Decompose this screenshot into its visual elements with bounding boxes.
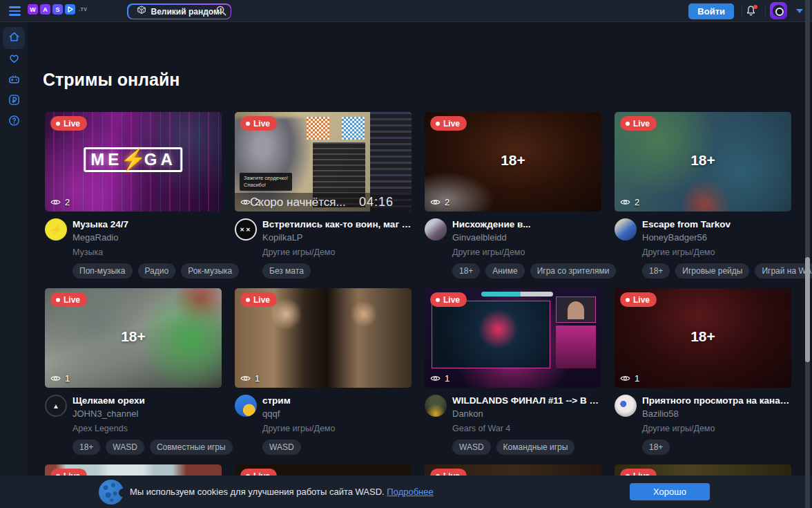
stream-tag[interactable]: Без мата xyxy=(262,263,311,279)
stream-thumbnail[interactable]: Live 1 xyxy=(425,288,601,388)
live-badge: Live xyxy=(50,116,87,131)
stream-title[interactable]: Музыка 24/7 xyxy=(72,218,222,230)
live-badge: Live xyxy=(240,116,277,131)
stream-category[interactable]: Apex Legends xyxy=(72,424,222,433)
stream-thumbnail[interactable]: Live 18+ 2 xyxy=(425,112,601,211)
search-icon[interactable] xyxy=(215,5,227,19)
channel-name[interactable]: qqqf xyxy=(262,408,412,419)
channel-avatar[interactable]: ✕✕ xyxy=(235,218,257,241)
notification-dot xyxy=(753,5,757,9)
viewer-count: 1 xyxy=(620,373,639,384)
channel-name[interactable]: JOHN3_channel xyxy=(72,408,222,419)
channel-avatar[interactable]: ⚡ xyxy=(45,218,67,241)
channel-name[interactable]: MegaRadio xyxy=(72,232,222,243)
channel-avatar[interactable] xyxy=(615,395,637,417)
stream-title[interactable]: Нисхождение в... xyxy=(452,218,601,230)
logo-play-icon xyxy=(65,4,75,15)
stream-tag[interactable]: WASD xyxy=(452,440,491,455)
live-badge: Live xyxy=(50,292,87,307)
logo-letter: W xyxy=(28,4,38,15)
stream-category[interactable]: Другие игры/Демо xyxy=(262,424,412,433)
stream-category[interactable]: Другие игры/Демо xyxy=(642,424,791,433)
user-avatar[interactable] xyxy=(770,2,787,19)
eye-icon xyxy=(240,198,251,206)
stream-tag[interactable]: Аниме xyxy=(485,263,524,279)
topbar-divider xyxy=(765,6,766,17)
chevron-down-icon[interactable] xyxy=(796,9,803,13)
channel-name[interactable]: Dankon xyxy=(452,408,601,419)
stream-tag[interactable]: 18+ xyxy=(72,440,100,455)
stream-tag[interactable]: Командные игры xyxy=(496,440,575,455)
stream-tag[interactable]: 18+ xyxy=(642,440,670,455)
age-restriction-overlay: 18+ xyxy=(121,328,146,345)
channel-name[interactable]: Bazilio58 xyxy=(642,408,791,419)
stream-tag[interactable]: 18+ xyxy=(642,263,670,279)
stream-tag[interactable]: Игровые рейды xyxy=(675,263,749,279)
cookie-details-link[interactable]: Подробнее xyxy=(387,487,433,497)
stream-tag[interactable]: Играй на WASD xyxy=(755,263,812,279)
hamburger-menu-icon[interactable] xyxy=(9,6,21,16)
stream-thumbnail[interactable]: Live Зажгите сердечко! Спасибо! Скоро на… xyxy=(235,112,412,211)
qr-code xyxy=(342,117,365,140)
stream-title[interactable]: WILDLANDS ФИНАЛ #11 --> В 16:00 GEARS OF… xyxy=(452,395,601,406)
tag-list: 18+ WASD Совместные игры xyxy=(72,440,222,455)
stream-category[interactable]: Gears of War 4 xyxy=(452,424,601,433)
sidebar-item-home[interactable] xyxy=(3,27,25,49)
channel-name[interactable]: HoneyBadger56 xyxy=(642,232,791,243)
age-restriction-overlay: 18+ xyxy=(501,152,525,169)
scrollbar-track[interactable] xyxy=(805,0,810,508)
channel-avatar[interactable] xyxy=(425,218,447,241)
stream-category[interactable]: Другие игры/Демо xyxy=(642,247,791,257)
sidebar-item-favorites[interactable] xyxy=(3,49,25,70)
notifications-bell-icon[interactable] xyxy=(745,5,757,17)
stream-tag[interactable]: 18+ xyxy=(452,263,480,279)
channel-avatar[interactable] xyxy=(235,395,257,417)
stream-category[interactable]: Другие игры/Демо xyxy=(452,247,601,257)
sidebar-item-help[interactable] xyxy=(3,111,25,132)
tag-list: 18+ Игровые рейды Играй на WASD xyxy=(642,263,791,279)
sidebar xyxy=(0,22,28,508)
stream-thumbnail[interactable]: Live 18+ 1 xyxy=(45,288,222,388)
thumbnail-art xyxy=(432,301,550,368)
stream-title[interactable]: Встретились как-то воин, маг и воровка..… xyxy=(262,218,412,230)
viewer-count: 2 xyxy=(430,197,450,207)
stream-category[interactable]: Музыка xyxy=(72,247,222,257)
scrollbar-thumb[interactable] xyxy=(805,257,810,362)
sidebar-item-wallet[interactable] xyxy=(3,91,25,111)
stream-tag[interactable]: WASD xyxy=(106,440,144,455)
login-button[interactable]: Войти xyxy=(688,3,734,19)
stream-title[interactable]: Приятного просмотра на канале - Bazilio.… xyxy=(642,395,791,406)
stream-title[interactable]: Escape from Tarkov xyxy=(642,218,791,230)
channel-name[interactable]: KopilkaLP xyxy=(262,232,412,243)
stream-tag[interactable]: Совместные игры xyxy=(150,440,233,455)
wasd-logo[interactable]: W A S .TV xyxy=(28,4,87,15)
channel-avatar[interactable] xyxy=(425,395,447,417)
cookie-message: Мы используем cookies для улучшения рабо… xyxy=(130,487,434,497)
channel-name[interactable]: Ginvaelbleidd xyxy=(452,232,601,243)
cookie-icon xyxy=(99,480,124,505)
stream-card: Live Зажгите сердечко! Спасибо! Скоро на… xyxy=(235,112,412,268)
eye-icon xyxy=(430,198,441,206)
channel-avatar[interactable] xyxy=(615,218,637,241)
lightning-icon: ⚡ xyxy=(120,151,146,169)
topbar-divider xyxy=(742,6,742,17)
stream-tag[interactable]: Рок-музыка xyxy=(181,263,239,279)
stream-thumbnail[interactable]: Live ME⚡GA 2 xyxy=(45,112,222,211)
stream-thumbnail[interactable]: Live 18+ 1 xyxy=(615,288,791,388)
tag-list: WASD Командные игры xyxy=(452,440,601,455)
stream-tag[interactable]: Радио xyxy=(138,263,176,279)
stream-tag[interactable]: Игра со зрителями xyxy=(530,263,617,279)
stream-title[interactable]: стрим xyxy=(262,395,412,406)
cookie-accept-button[interactable]: Хорошо xyxy=(630,483,710,500)
channel-avatar[interactable]: ▲ xyxy=(45,395,67,417)
stream-thumbnail[interactable]: Live 1 xyxy=(235,288,412,388)
stream-title[interactable]: Щелкаем орехи xyxy=(72,395,222,406)
stream-card: Live 18+ 1 ▲ Щелкаем орехи JOHN3_channel… xyxy=(45,288,222,444)
stream-tag[interactable]: WASD xyxy=(262,440,301,455)
sidebar-item-games[interactable] xyxy=(3,70,25,91)
eye-icon xyxy=(240,375,251,382)
stream-category[interactable]: Другие игры/Демо xyxy=(262,247,412,257)
stream-thumbnail[interactable]: Live 18+ 2 xyxy=(615,112,791,211)
stream-tag[interactable]: Поп-музыка xyxy=(72,263,133,279)
thumbnail-note: Зажгите сердечко! Спасибо! xyxy=(240,173,292,191)
